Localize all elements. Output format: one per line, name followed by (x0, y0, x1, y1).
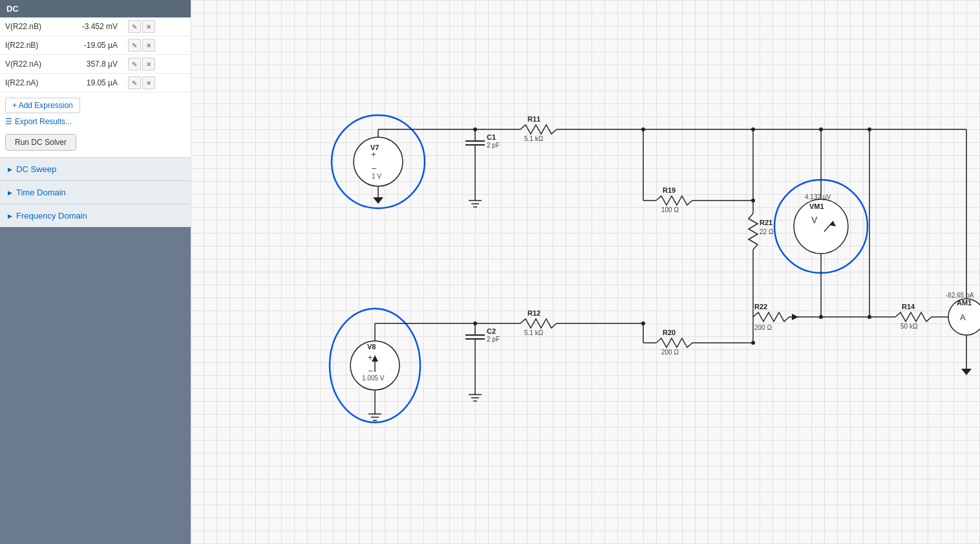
r21-value: 22 Ω (760, 228, 774, 235)
r14-body (895, 312, 947, 321)
section-arrow-2: ▶ (8, 213, 12, 219)
section-label-1: Time Domain (16, 188, 66, 197)
expr-value-2: 357.8 µV (65, 55, 123, 74)
expressions-table: V(R22.nB) -3.452 mV ✎ ✕ I(R22.nB) -19.05… (0, 17, 191, 92)
section-arrow-0: ▶ (8, 166, 12, 173)
r22-arrow (792, 314, 798, 320)
export-icon: ☰ (5, 117, 12, 126)
expr-actions-2: ✎ ✕ (123, 55, 191, 74)
r11-value: 5.1 kΩ (524, 135, 544, 142)
export-results-label: Export Results... (15, 117, 72, 126)
r20-body (656, 338, 708, 347)
v7-minus: – (372, 163, 377, 173)
c1-label: C1 (487, 133, 496, 141)
v8-plus: + (368, 353, 372, 362)
r19-value: 100 Ω (661, 206, 679, 213)
r12-label: R12 (527, 309, 540, 317)
expression-row: I(R22.nA) 19.05 µA ✎ ✕ (0, 74, 191, 92)
sidebar: DC V(R22.nB) -3.452 mV ✎ ✕ I(R22.nB) -19… (0, 0, 191, 544)
r22-value: 200 Ω (754, 324, 772, 331)
expr-edit-btn-3[interactable]: ✎ (128, 76, 141, 89)
r11-label: R11 (527, 115, 540, 123)
expr-delete-btn-3[interactable]: ✕ (142, 76, 155, 89)
v8-label: V8 (367, 343, 376, 351)
r20-value: 200 Ω (661, 349, 679, 356)
v7-ground-triangle (373, 197, 383, 204)
expression-row: V(R22.nA) 357.8 µV ✎ ✕ (0, 55, 191, 74)
c2-value: 2 pF (487, 336, 500, 343)
expr-value-0: -3.452 mV (65, 17, 123, 36)
expr-actions-0: ✎ ✕ (123, 17, 191, 36)
expression-row: I(R22.nB) -19.05 µA ✎ ✕ (0, 36, 191, 55)
sidebar-header: DC (0, 0, 191, 17)
canvas-area[interactable]: + – V7 1 V C1 2 pF R11 5.1 kΩ (191, 0, 980, 544)
expr-edit-btn-0[interactable]: ✎ (128, 20, 141, 33)
expr-name-3: I(R22.nA) (0, 74, 65, 92)
expression-row: V(R22.nB) -3.452 mV ✎ ✕ (0, 17, 191, 36)
header-title: DC (6, 4, 19, 14)
c1-value: 2 pF (487, 142, 500, 149)
node-vm1-bot (819, 315, 823, 319)
expr-actions-3: ✎ ✕ (123, 74, 191, 92)
r19-label: R19 (663, 186, 676, 194)
sidebar-section-time-domain[interactable]: ▶ Time Domain (0, 180, 191, 204)
expr-name-1: I(R22.nB) (0, 36, 65, 55)
r22-label: R22 (754, 303, 767, 310)
vm1-label: VM1 (809, 202, 824, 210)
node-vm1-top (819, 127, 823, 131)
expr-delete-btn-1[interactable]: ✕ (142, 39, 155, 52)
run-btn-label: Run DC Solver (15, 138, 67, 147)
am1-symbol: A (960, 312, 966, 322)
am1-label: AM1 (957, 299, 972, 307)
sidebar-section-frequency-domain[interactable]: ▶ Frequency Domain (0, 204, 191, 227)
expr-delete-btn-0[interactable]: ✕ (142, 20, 155, 33)
section-arrow-1: ▶ (8, 190, 12, 196)
c2-label: C2 (487, 327, 496, 335)
r14-label: R14 (902, 303, 915, 310)
am1-value: -82.65 pA (946, 292, 974, 299)
add-expression-button[interactable]: + Add Expression (5, 98, 80, 113)
r21-label: R21 (760, 219, 772, 226)
expr-value-3: 19.05 µA (65, 74, 123, 92)
expr-actions-1: ✎ ✕ (123, 36, 191, 55)
r12-value: 5.1 kΩ (524, 329, 544, 336)
expr-edit-btn-1[interactable]: ✎ (128, 39, 141, 52)
expr-name-2: V(R22.nA) (0, 55, 65, 74)
am1-ground (961, 369, 972, 375)
vm1-symbol: V (811, 215, 818, 225)
v7-value: 1 V (372, 173, 381, 180)
expr-edit-btn-2[interactable]: ✎ (128, 58, 141, 71)
section-label-0: DC Sweep (16, 164, 56, 174)
expr-delete-btn-2[interactable]: ✕ (142, 58, 155, 71)
v8-minus: – (368, 366, 373, 375)
r20-label: R20 (663, 329, 676, 336)
r11-body (520, 125, 562, 134)
v7-label: V7 (370, 144, 379, 151)
r21-body (749, 213, 758, 250)
r12-body (520, 319, 562, 328)
expr-name-0: V(R22.nB) (0, 17, 65, 36)
run-dc-solver-button[interactable]: Run DC Solver (5, 134, 76, 151)
circuit-diagram: + – V7 1 V C1 2 pF R11 5.1 kΩ (191, 0, 980, 544)
export-results-button[interactable]: ☰ Export Results... (5, 116, 72, 127)
sections-container: ▶ DC Sweep ▶ Time Domain ▶ Frequency Dom… (0, 157, 191, 227)
expr-value-1: -19.05 µA (65, 36, 123, 55)
r22-body (753, 312, 798, 321)
dc-panel: V(R22.nB) -3.452 mV ✎ ✕ I(R22.nB) -19.05… (0, 17, 191, 157)
vm1-value: 4.132 µV (805, 193, 831, 201)
section-label-2: Frequency Domain (16, 211, 87, 221)
v8-value: 1.005 V (362, 375, 385, 382)
add-expression-label: + Add Expression (12, 101, 73, 110)
r14-value: 50 kΩ (900, 323, 918, 330)
sidebar-section-dc-sweep[interactable]: ▶ DC Sweep (0, 157, 191, 180)
r19-body (656, 196, 708, 205)
